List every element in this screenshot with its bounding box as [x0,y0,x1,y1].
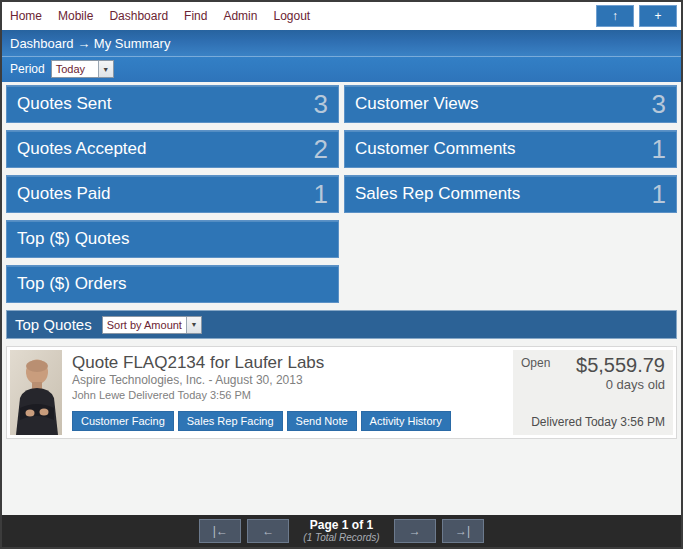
last-page-button[interactable]: →| [442,519,484,543]
quote-status: Open [521,356,550,370]
pagination-bar: |← ← Page 1 of 1 (1 Total Records) → →| [2,515,681,547]
next-page-icon: → [409,524,421,538]
breadcrumb[interactable]: Dashboard → My Summary [10,36,170,51]
top-navbar: Home Mobile Dashboard Find Admin Logout … [2,2,681,30]
page-label: Page 1 of 1 [303,519,379,532]
quote-card-info: Quote FLAQ2134 for Laufer Labs Aspire Te… [72,350,513,435]
sales-rep-facing-button[interactable]: Sales Rep Facing [178,411,283,431]
quote-actions: Customer Facing Sales Rep Facing Send No… [72,411,513,431]
tiles-right-column: Customer Views 3 Customer Comments 1 Sal… [344,85,677,303]
chevron-down-icon[interactable]: ▼ [186,317,201,333]
breadcrumb-bar: Dashboard → My Summary [2,30,681,56]
tile-top-dollar-orders[interactable]: Top ($) Orders [6,265,339,303]
plus-icon: + [654,9,661,23]
tile-value: 3 [652,91,666,117]
nav-item-mobile[interactable]: Mobile [58,9,93,23]
nav-item-home[interactable]: Home [10,9,42,23]
tile-label: Top ($) Quotes [17,229,129,249]
content-spacer [6,439,677,515]
tile-label: Quotes Paid [17,184,111,204]
tile-value: 2 [314,136,328,162]
first-page-icon: |← [213,524,228,538]
summary-tiles: Quotes Sent 3 Quotes Accepted 2 Quotes P… [6,85,677,303]
prev-page-icon: ← [262,524,274,538]
tile-label: Quotes Sent [17,94,112,114]
quote-amount: $5,559.79 [576,354,665,377]
avatar [10,350,62,435]
nav-item-logout[interactable]: Logout [273,9,310,23]
next-page-button[interactable]: → [394,519,436,543]
tile-customer-comments[interactable]: Customer Comments 1 [344,130,677,168]
tile-quotes-accepted[interactable]: Quotes Accepted 2 [6,130,339,168]
chevron-down-icon[interactable]: ▼ [98,61,113,77]
tile-value: 1 [652,181,666,207]
tile-value: 3 [314,91,328,117]
sort-select[interactable]: Sort by Amount ▼ [102,316,202,334]
period-bar: Period Today ▼ [2,56,681,82]
tile-label: Customer Views [355,94,478,114]
customer-facing-button[interactable]: Customer Facing [72,411,174,431]
tile-quotes-sent[interactable]: Quotes Sent 3 [6,85,339,123]
tile-quotes-paid[interactable]: Quotes Paid 1 [6,175,339,213]
scroll-top-button[interactable]: ↑ [596,5,634,27]
tile-value: 1 [652,136,666,162]
add-button[interactable]: + [639,5,677,27]
main-content: Quotes Sent 3 Quotes Accepted 2 Quotes P… [2,82,681,515]
quote-age: 0 days old [606,377,665,392]
first-page-button[interactable]: |← [199,519,241,543]
tiles-left-column: Quotes Sent 3 Quotes Accepted 2 Quotes P… [6,85,339,303]
quote-meta: John Lewe Delivered Today 3:56 PM [72,388,513,402]
quote-delivered-time: Delivered Today 3:56 PM [531,415,665,429]
activity-history-button[interactable]: Activity History [361,411,451,431]
tile-label: Customer Comments [355,139,516,159]
period-label: Period [10,62,45,76]
nav-item-admin[interactable]: Admin [223,9,257,23]
up-arrow-icon: ↑ [612,9,618,23]
sort-select-value: Sort by Amount [103,317,186,333]
tile-top-dollar-quotes[interactable]: Top ($) Quotes [6,220,339,258]
quote-subtitle: Aspire Technologies, Inc. - August 30, 2… [72,373,513,388]
tile-customer-views[interactable]: Customer Views 3 [344,85,677,123]
top-quotes-bar: Top Quotes Sort by Amount ▼ [6,310,677,339]
period-select-value: Today [52,61,98,77]
quote-title[interactable]: Quote FLAQ2134 for Laufer Labs [72,353,513,373]
nav-actions: ↑ + [596,5,677,27]
top-quotes-title: Top Quotes [15,316,92,333]
prev-page-button[interactable]: ← [247,519,289,543]
period-select[interactable]: Today ▼ [51,60,114,78]
quote-summary-panel: Open $5,559.79 0 days old Delivered Toda… [513,350,673,435]
last-page-icon: →| [455,524,470,538]
nav-menu: Home Mobile Dashboard Find Admin Logout [10,9,596,23]
nav-item-dashboard[interactable]: Dashboard [109,9,168,23]
tile-label: Sales Rep Comments [355,184,520,204]
records-label: (1 Total Records) [303,532,379,543]
tile-label: Top ($) Orders [17,274,127,294]
page-info: Page 1 of 1 (1 Total Records) [295,519,387,543]
tile-label: Quotes Accepted [17,139,146,159]
nav-item-find[interactable]: Find [184,9,207,23]
tile-sales-rep-comments[interactable]: Sales Rep Comments 1 [344,175,677,213]
send-note-button[interactable]: Send Note [287,411,357,431]
quote-card: Quote FLAQ2134 for Laufer Labs Aspire Te… [6,346,677,439]
tile-value: 1 [314,181,328,207]
